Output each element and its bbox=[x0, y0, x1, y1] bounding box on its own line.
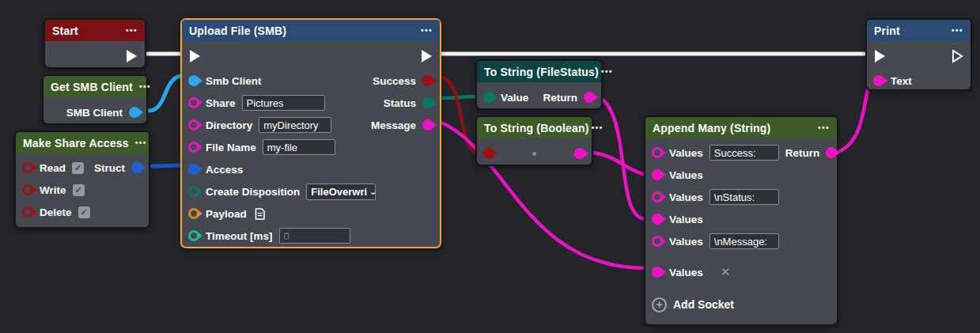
read-input-port[interactable] bbox=[22, 162, 33, 173]
exec-in-port[interactable] bbox=[188, 48, 202, 64]
return-output-port[interactable] bbox=[574, 148, 585, 159]
exec-out-port[interactable] bbox=[951, 48, 964, 64]
node-title: Append Many (String) bbox=[653, 122, 770, 134]
more-menu-icon[interactable]: ••• bbox=[818, 123, 830, 132]
directory-input-port[interactable] bbox=[188, 119, 199, 131]
more-menu-icon[interactable]: ••• bbox=[139, 82, 151, 91]
directory-input[interactable] bbox=[259, 117, 331, 133]
input-label: Timeout [ms] bbox=[206, 230, 273, 242]
file-name-input[interactable] bbox=[263, 139, 335, 155]
input-label: Values bbox=[669, 147, 703, 159]
node-title: Start bbox=[52, 25, 78, 37]
struct-output-port[interactable] bbox=[131, 162, 142, 173]
more-menu-icon[interactable]: ••• bbox=[601, 67, 613, 76]
read-checkbox[interactable]: ✓ bbox=[72, 162, 84, 174]
share-input[interactable] bbox=[242, 95, 325, 111]
exec-out-port[interactable] bbox=[125, 48, 138, 64]
add-socket-label: Add Socket bbox=[673, 298, 734, 311]
wire-success-boolean bbox=[437, 76, 479, 153]
node-upload-file-header[interactable]: Upload File (SMB) ••• bbox=[182, 20, 440, 41]
node-print: Print ••• Text bbox=[865, 18, 972, 91]
return-output-port[interactable] bbox=[826, 147, 837, 158]
timeout-input[interactable] bbox=[279, 228, 350, 244]
exec-out-port[interactable] bbox=[420, 48, 433, 64]
node-make-share-access: Make Share Access ••• Read ✓ Struct Writ… bbox=[14, 131, 150, 229]
value-input-port[interactable] bbox=[483, 92, 494, 103]
delete-input-port[interactable] bbox=[22, 206, 33, 218]
node-start-header[interactable]: Start ••• bbox=[45, 20, 145, 41]
node-to-string-filestatus: To String (FileStatus) ••• Value Return bbox=[475, 59, 603, 110]
message-output-port[interactable] bbox=[422, 119, 433, 131]
share-input-port[interactable] bbox=[188, 97, 199, 108]
values-input-port[interactable] bbox=[652, 236, 663, 247]
values-input[interactable] bbox=[709, 189, 779, 205]
output-label: Message bbox=[371, 119, 416, 131]
add-socket-icon: + bbox=[652, 297, 667, 312]
input-label: Access bbox=[206, 164, 243, 176]
node-get-smb-client-header[interactable]: Get SMB Client ••• bbox=[44, 76, 146, 97]
value-input-port[interactable] bbox=[483, 148, 494, 159]
values-input[interactable] bbox=[709, 145, 779, 161]
selected-option: FileOverwri bbox=[311, 186, 367, 198]
delete-checkbox[interactable]: ✓ bbox=[78, 206, 90, 218]
values-input-port[interactable] bbox=[652, 147, 663, 158]
document-icon[interactable] bbox=[255, 208, 265, 220]
input-label: Write bbox=[40, 184, 66, 196]
create-disposition-input-port[interactable] bbox=[188, 186, 199, 197]
more-menu-icon[interactable]: ••• bbox=[952, 26, 963, 35]
smb-client-output-port[interactable] bbox=[129, 107, 140, 118]
success-output-port[interactable] bbox=[422, 75, 433, 86]
input-label: Values bbox=[669, 169, 703, 181]
add-socket-button[interactable]: + Add Socket bbox=[645, 290, 837, 319]
remove-socket-icon[interactable]: ✕ bbox=[721, 265, 731, 279]
output-label: Return bbox=[543, 92, 578, 104]
write-checkbox[interactable]: ✓ bbox=[73, 184, 85, 196]
input-label: Values bbox=[669, 236, 703, 248]
node-editor-canvas[interactable]: Start ••• Get SMB Client ••• SMB Client … bbox=[0, 0, 980, 333]
node-make-share-access-header[interactable]: Make Share Access ••• bbox=[16, 132, 149, 153]
more-menu-icon[interactable]: ••• bbox=[135, 138, 147, 147]
input-label: Read bbox=[40, 162, 66, 174]
node-title: Get SMB Client bbox=[51, 81, 133, 93]
timeout-input-port[interactable] bbox=[188, 230, 199, 241]
node-title: Print bbox=[874, 25, 900, 37]
smb-client-input-port[interactable] bbox=[188, 75, 199, 86]
values-input[interactable] bbox=[709, 233, 779, 249]
more-menu-icon[interactable]: ••• bbox=[421, 26, 433, 35]
access-input-port[interactable] bbox=[188, 164, 199, 175]
output-label: Return bbox=[785, 147, 820, 159]
node-append-many-header[interactable]: Append Many (String) ••• bbox=[645, 117, 837, 138]
node-start: Start ••• bbox=[44, 18, 146, 69]
node-to-string-boolean-header[interactable]: To String (Boolean) ••• bbox=[477, 117, 592, 138]
input-label: Create Disposition bbox=[206, 186, 300, 198]
create-disposition-select[interactable]: FileOverwri ⌄ bbox=[306, 184, 376, 200]
input-label: Share bbox=[206, 97, 236, 109]
collapsed-indicator-dot bbox=[532, 152, 536, 156]
node-print-header[interactable]: Print ••• bbox=[867, 20, 971, 41]
node-to-string-filestatus-header[interactable]: To String (FileStatus) ••• bbox=[477, 61, 601, 82]
values-input-port[interactable] bbox=[652, 214, 663, 225]
node-to-string-boolean: To String (Boolean) ••• bbox=[475, 115, 593, 166]
input-label: Directory bbox=[206, 119, 252, 131]
input-label: File Name bbox=[206, 142, 256, 153]
node-title: To String (Boolean) bbox=[484, 122, 589, 134]
file-name-input-port[interactable] bbox=[188, 142, 199, 153]
wire-status-value bbox=[437, 96, 479, 98]
more-menu-icon[interactable]: ••• bbox=[592, 123, 604, 132]
status-output-port[interactable] bbox=[422, 97, 433, 108]
node-append-many-string: Append Many (String) ••• Values Return V… bbox=[644, 115, 838, 326]
exec-in-port[interactable] bbox=[873, 48, 887, 64]
payload-input-port[interactable] bbox=[188, 208, 199, 219]
values-input-port[interactable] bbox=[652, 267, 663, 278]
input-label: Payload bbox=[206, 208, 247, 220]
text-input-port[interactable] bbox=[873, 75, 884, 86]
return-output-port[interactable] bbox=[584, 92, 595, 103]
more-menu-icon[interactable]: ••• bbox=[126, 26, 138, 35]
write-input-port[interactable] bbox=[22, 184, 33, 195]
node-get-smb-client: Get SMB Client ••• SMB Client bbox=[42, 74, 148, 125]
values-input-port[interactable] bbox=[652, 169, 663, 180]
input-label: Values bbox=[669, 267, 703, 278]
values-input-port[interactable] bbox=[652, 191, 663, 202]
input-label: Text bbox=[891, 75, 912, 87]
node-title: Make Share Access bbox=[23, 137, 129, 149]
